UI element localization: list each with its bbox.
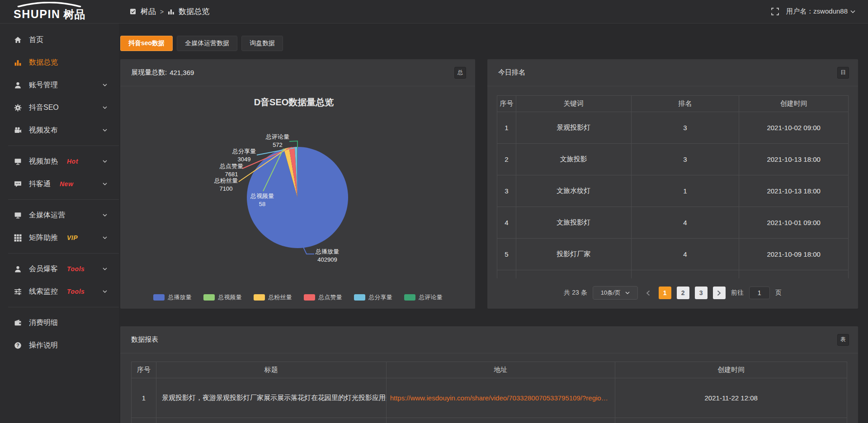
- prev-page-button[interactable]: [643, 290, 653, 296]
- sidebar-item-douyin-seo[interactable]: 抖音SEO: [0, 96, 119, 119]
- table-badge-button[interactable]: 表: [837, 334, 849, 346]
- tools-badge: Tools: [67, 288, 85, 295]
- table-row: 1 景观投影灯 3 2021-10-02 09:00: [497, 112, 849, 144]
- ranking-table: 序号 关键词 排名 创建时间 1 景观投影灯 3 2021-10-02 09:0…: [497, 95, 849, 278]
- chevron-down-icon: [101, 106, 109, 109]
- sidebar-item-label: 视频加热: [29, 157, 58, 166]
- pie-label-value: 402909: [317, 256, 337, 263]
- user-icon: [14, 81, 22, 89]
- sidebar-item-video-heat[interactable]: 视频加热 Hot: [0, 150, 119, 173]
- table-cell: 4: [632, 207, 740, 239]
- pie-label-value: 7100: [220, 185, 233, 192]
- sidebar-item-home[interactable]: 首页: [0, 28, 119, 51]
- tools-badge: Tools: [67, 265, 85, 273]
- chevron-down-icon: [101, 183, 109, 186]
- sidebar-divider: [8, 199, 119, 200]
- day-badge-button[interactable]: 日: [837, 67, 849, 79]
- overview-panel: 展现量总数: 421,369 总 D音SEO数据量总览 总评论量 572 总分享…: [120, 59, 475, 309]
- video-url-link[interactable]: https://www.iesdouyin.com/share/video/70…: [387, 378, 616, 418]
- sidebar-item-clue-monitor[interactable]: 线索监控 Tools: [0, 280, 119, 303]
- grid-icon: [14, 234, 22, 242]
- sidebar-divider: [8, 146, 119, 146]
- user-menu[interactable]: 用户名：zswodun88: [786, 7, 855, 16]
- sidebar-item-label: 数据总览: [29, 58, 58, 67]
- ranking-panel-header: 今日排名 日: [487, 59, 858, 86]
- breadcrumb-root[interactable]: 树品: [141, 6, 156, 17]
- chat-bubble-icon: [14, 180, 22, 188]
- sidebar-item-member-tools[interactable]: 会员爆客 Tools: [0, 258, 119, 280]
- sidebar-item-account[interactable]: 账号管理: [0, 74, 119, 96]
- table-cell: 2021-10-13 18:00: [739, 144, 849, 175]
- legend-item-videos[interactable]: 总视频量: [203, 293, 242, 301]
- pagination-total: 共 23 条: [564, 289, 587, 297]
- pie-label-name: 总点赞量: [219, 163, 243, 169]
- sidebar-item-all-media[interactable]: 全媒体运营: [0, 204, 119, 226]
- app-logo: SHUPIN 树品: [0, 2, 119, 22]
- table-cell: 文旅投影: [516, 144, 632, 175]
- svg-text:?: ?: [16, 343, 19, 348]
- breadcrumb: 树品 > 数据总览: [130, 6, 209, 17]
- sidebar-item-help[interactable]: ? 操作说明: [0, 334, 119, 357]
- breadcrumb-separator: >: [160, 8, 164, 15]
- chart-legend: 总播放量 总视频量 总粉丝量 总点赞量 总分享量 总评论量: [120, 293, 475, 301]
- pie-chart: D音SEO数据量总览 总评论量 572 总分享量 3049 总点赞量 7681 …: [120, 86, 475, 296]
- sidebar-item-video-publish[interactable]: 视频发布: [0, 119, 119, 141]
- pie-label-name: 总播放量: [315, 248, 339, 255]
- table-cell: [615, 418, 847, 423]
- report-panel-header: 数据报表 表: [120, 326, 858, 353]
- table-cell: [516, 270, 632, 278]
- page-button-2[interactable]: 2: [677, 287, 689, 299]
- monitor-icon: [14, 212, 22, 219]
- wallet-icon: [14, 319, 22, 327]
- legend-item-fans[interactable]: 总粉丝量: [254, 293, 292, 301]
- gear-icon: [14, 104, 22, 112]
- tab-all-media[interactable]: 全媒体运营数据: [177, 36, 237, 51]
- pagination: 共 23 条 10条/页 1 2 3 前往 页: [487, 286, 858, 300]
- table-cell: 4: [497, 207, 516, 239]
- sidebar-item-label: 操作说明: [29, 341, 58, 350]
- pie-label-name: 总评论量: [265, 133, 289, 140]
- vip-badge: VIP: [67, 234, 78, 241]
- table-cell: 5: [497, 239, 516, 270]
- main-content: 抖音seo数据 全媒体运营数据 询盘数据 展现量总数: 421,369 总 D音…: [119, 24, 868, 423]
- chevron-down-icon: [850, 10, 855, 14]
- table-header-row: 序号 关键词 排名 创建时间: [497, 96, 849, 112]
- page-button-1[interactable]: 1: [659, 287, 671, 299]
- column-header: 排名: [632, 96, 740, 112]
- table-cell: 2021-10-01 09:00: [739, 207, 849, 239]
- legend-swatch: [304, 294, 315, 301]
- legend-label: 总点赞量: [319, 293, 342, 301]
- legend-item-plays[interactable]: 总播放量: [153, 293, 192, 301]
- table-cell: [132, 418, 156, 423]
- table-cell: [497, 270, 516, 278]
- table-cell: 3: [632, 144, 740, 175]
- ranking-title: 今日排名: [498, 68, 525, 77]
- hot-badge: Hot: [67, 158, 78, 165]
- fullscreen-icon[interactable]: [771, 8, 779, 15]
- page-button-3[interactable]: 3: [695, 287, 708, 299]
- goto-page-input[interactable]: [749, 287, 770, 299]
- legend-label: 总粉丝量: [269, 293, 292, 301]
- column-header: 关键词: [516, 96, 632, 112]
- legend-item-likes[interactable]: 总点赞量: [304, 293, 342, 301]
- data-tabs: 抖音seo数据 全媒体运营数据 询盘数据: [120, 36, 283, 51]
- table-cell: 3: [497, 175, 516, 207]
- legend-item-shares[interactable]: 总分享量: [354, 293, 392, 301]
- bar-chart-icon: [14, 59, 22, 66]
- top-bar: SHUPIN 树品 树品 > 数据总览 用户名：zswodun88: [0, 0, 868, 24]
- chevron-down-icon: [101, 268, 109, 271]
- legend-item-comments[interactable]: 总评论量: [404, 293, 443, 301]
- sidebar-item-matrix-boost[interactable]: 矩阵助推 VIP: [0, 226, 119, 249]
- ranking-panel: 今日排名 日 序号 关键词 排名 创建时间 1 景观投影灯 3 2021-10-…: [487, 59, 858, 309]
- sidebar-item-data-overview[interactable]: 数据总览: [0, 51, 119, 74]
- next-page-button[interactable]: [713, 287, 726, 299]
- legend-label: 总播放量: [168, 293, 192, 301]
- report-title: 数据报表: [131, 335, 158, 344]
- table-cell: 投影灯厂家: [516, 239, 632, 270]
- tab-inquiry[interactable]: 询盘数据: [241, 36, 283, 51]
- sidebar-item-doukeTong[interactable]: 抖客通 New: [0, 173, 119, 195]
- page-size-select[interactable]: 10条/页: [593, 286, 638, 300]
- total-badge-button[interactable]: 总: [454, 67, 466, 79]
- sidebar-item-consumption[interactable]: 消费明细: [0, 311, 119, 334]
- tab-douyin-seo[interactable]: 抖音seo数据: [120, 36, 173, 51]
